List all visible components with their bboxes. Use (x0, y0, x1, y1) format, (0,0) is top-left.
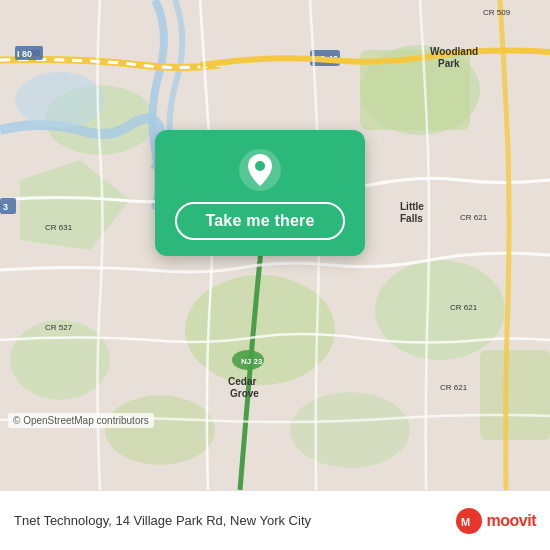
copyright-text: © OpenStreetMap contributors (8, 413, 154, 428)
location-pin-icon (238, 148, 282, 192)
bottom-bar: Tnet Technology, 14 Village Park Rd, New… (0, 490, 550, 550)
svg-text:Cedar: Cedar (228, 376, 256, 387)
svg-text:Park: Park (438, 58, 460, 69)
moovit-logo-icon: M (455, 507, 483, 535)
svg-point-6 (375, 260, 505, 360)
svg-text:CR 631: CR 631 (45, 223, 73, 232)
svg-point-34 (255, 161, 265, 171)
svg-rect-7 (480, 350, 550, 440)
action-card: Take me there (155, 130, 365, 256)
svg-text:CR 621: CR 621 (450, 303, 478, 312)
svg-text:CR 621: CR 621 (440, 383, 468, 392)
address-text: Tnet Technology, 14 Village Park Rd, New… (14, 513, 311, 528)
svg-point-10 (290, 392, 410, 468)
svg-text:CR 621: CR 621 (460, 213, 488, 222)
moovit-logo: M moovit (455, 507, 536, 535)
moovit-label: moovit (487, 512, 536, 530)
svg-point-8 (10, 320, 110, 400)
svg-text:Falls: Falls (400, 213, 423, 224)
svg-text:CR 527: CR 527 (45, 323, 73, 332)
svg-text:NJ 23: NJ 23 (241, 357, 263, 366)
svg-point-11 (15, 72, 105, 128)
map-container: I 80 I 80 US 46 NJ 23 CR 631 CR 527 CR 6… (0, 0, 550, 490)
svg-text:M: M (461, 516, 470, 528)
svg-point-9 (105, 395, 215, 465)
take-me-there-button[interactable]: Take me there (175, 202, 345, 240)
svg-text:3: 3 (3, 202, 8, 212)
svg-text:I 80: I 80 (17, 49, 32, 59)
svg-text:Little: Little (400, 201, 424, 212)
svg-text:Woodland: Woodland (430, 46, 478, 57)
svg-text:Grove: Grove (230, 388, 259, 399)
svg-text:CR 509: CR 509 (483, 8, 511, 17)
